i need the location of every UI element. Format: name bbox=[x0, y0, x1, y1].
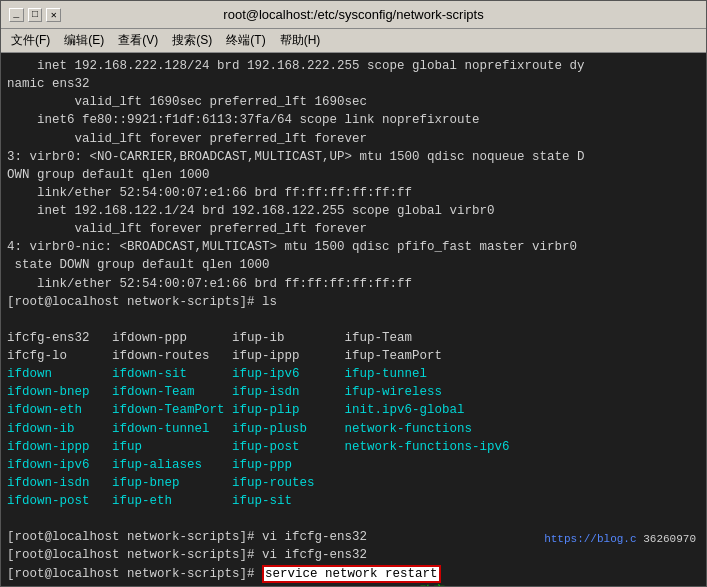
terminal-line: inet 192.168.122.1/24 brd 192.168.122.25… bbox=[7, 202, 700, 220]
menu-help[interactable]: 帮助(H) bbox=[274, 30, 327, 51]
menu-view[interactable]: 查看(V) bbox=[112, 30, 164, 51]
maximize-button[interactable]: □ bbox=[28, 8, 43, 22]
close-button[interactable]: ✕ bbox=[46, 8, 61, 22]
terminal-line: inet6 fe80::9921:f1df:6113:37fa/64 scope… bbox=[7, 111, 700, 129]
restart-line: Restarting network (via systemctl): [ 确定… bbox=[7, 583, 700, 586]
menu-search[interactable]: 搜索(S) bbox=[166, 30, 218, 51]
terminal-line: [root@localhost network-scripts]# vi ifc… bbox=[7, 546, 700, 564]
terminal-line: inet 192.168.222.128/24 brd 192.168.222.… bbox=[7, 57, 700, 75]
title-bar: _ □ ✕ root@localhost:/etc/sysconfig/netw… bbox=[1, 1, 706, 29]
highlighted-command-line: [root@localhost network-scripts]# servic… bbox=[7, 565, 700, 583]
terminal-line: namic ens32 bbox=[7, 75, 700, 93]
menu-terminal[interactable]: 终端(T) bbox=[220, 30, 271, 51]
terminal-line: valid_lft 1690sec preferred_lft 1690sec bbox=[7, 93, 700, 111]
terminal-line: 4: virbr0-nic: <BROADCAST,MULTICAST> mtu… bbox=[7, 238, 700, 256]
terminal-line: state DOWN group default qlen 1000 bbox=[7, 256, 700, 274]
ls-output: ifcfg-ens32 ifdown-ppp ifup-ib ifup-Team… bbox=[7, 311, 700, 529]
terminal-line: valid_lft forever preferred_lft forever bbox=[7, 130, 700, 148]
terminal-window: _ □ ✕ root@localhost:/etc/sysconfig/netw… bbox=[0, 0, 707, 587]
window-title: root@localhost:/etc/sysconfig/network-sc… bbox=[61, 7, 646, 22]
minimize-button[interactable]: _ bbox=[9, 8, 24, 22]
menu-bar: 文件(F) 编辑(E) 查看(V) 搜索(S) 终端(T) 帮助(H) bbox=[1, 29, 706, 53]
menu-file[interactable]: 文件(F) bbox=[5, 30, 56, 51]
menu-edit[interactable]: 编辑(E) bbox=[58, 30, 110, 51]
terminal-line: valid_lft forever preferred_lft forever bbox=[7, 220, 700, 238]
terminal-body[interactable]: inet 192.168.222.128/24 brd 192.168.222.… bbox=[1, 53, 706, 586]
terminal-line: link/ether 52:54:00:07:e1:66 brd ff:ff:f… bbox=[7, 275, 700, 293]
highlighted-command: service network restart bbox=[262, 565, 441, 583]
terminal-line: 3: virbr0: <NO-CARRIER,BROADCAST,MULTICA… bbox=[7, 148, 700, 166]
terminal-line: OWN group default qlen 1000 bbox=[7, 166, 700, 184]
terminal-line: [root@localhost network-scripts]# ls bbox=[7, 293, 700, 311]
terminal-line: link/ether 52:54:00:07:e1:66 brd ff:ff:f… bbox=[7, 184, 700, 202]
url-watermark: https://blog.c 36260970 bbox=[544, 532, 696, 548]
